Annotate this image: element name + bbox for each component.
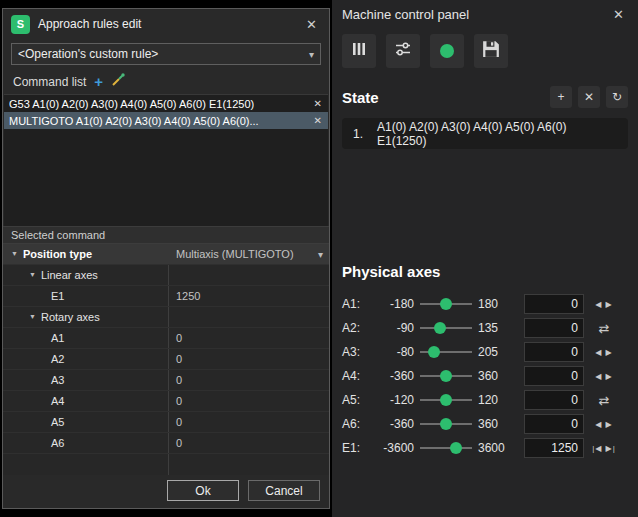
delete-command-icon[interactable]: ✕	[311, 115, 325, 126]
axis-label: A6:	[342, 417, 366, 431]
axis-row-a5: A5: -120 120 ⇄	[342, 388, 628, 412]
axis-max: 135	[478, 321, 520, 335]
slider-knob[interactable]	[440, 298, 452, 310]
chevron-down-icon: ▾	[309, 49, 314, 60]
command-row[interactable]: G53 A1(0) A2(0) A3(0) A4(0) A5(0) A6(0) …	[4, 95, 328, 112]
property-name: Position type	[23, 248, 92, 260]
step-arrows-icon[interactable]: ◀ ▶	[588, 420, 620, 429]
slider-knob[interactable]	[440, 394, 452, 406]
insert-command-icon[interactable]	[111, 73, 125, 90]
axis-label: A4:	[342, 369, 366, 383]
property-value[interactable]: 0	[168, 353, 329, 365]
property-name: A4	[51, 395, 64, 407]
property-name: A6	[51, 437, 64, 449]
axis-value-input[interactable]	[524, 366, 584, 386]
property-value[interactable]: 0	[168, 374, 329, 386]
dialog-close-icon[interactable]: ✕	[302, 15, 321, 34]
property-name: Linear axes	[41, 269, 98, 281]
save-button[interactable]	[474, 34, 508, 68]
property-row-rotary-axes[interactable]: ▼ Rotary axes	[3, 307, 329, 328]
panel-titlebar: Machine control panel ✕	[332, 0, 638, 28]
step-arrows-icon[interactable]: ◀ ▶	[588, 300, 620, 309]
property-row-position-type[interactable]: ▼ Position type Multiaxis (MULTIGOTO) ▾	[3, 244, 329, 265]
settings-sliders-icon	[394, 40, 412, 62]
axis-value-input[interactable]	[524, 294, 584, 314]
slider-knob[interactable]	[428, 346, 440, 358]
property-row-a5[interactable]: A5 0	[3, 412, 329, 433]
state-list-item[interactable]: 1. A1(0) A2(0) A3(0) A4(0) A5(0) A6(0) E…	[342, 118, 628, 149]
step-arrows-icon[interactable]: ◀ ▶	[588, 348, 620, 357]
expander-icon[interactable]: ▼	[29, 313, 36, 320]
slider-knob[interactable]	[440, 370, 452, 382]
axis-value-input[interactable]	[524, 414, 584, 434]
property-row-a3[interactable]: A3 0	[3, 370, 329, 391]
property-row-a2[interactable]: A2 0	[3, 349, 329, 370]
status-circle-icon	[440, 44, 454, 58]
chevron-down-icon[interactable]: ▾	[318, 249, 323, 260]
axis-min: -3600	[370, 441, 414, 455]
slider-knob[interactable]	[450, 442, 462, 454]
axis-min: -180	[370, 297, 414, 311]
property-row-linear-axes[interactable]: ▼ Linear axes	[3, 265, 329, 286]
delete-state-button[interactable]: ✕	[578, 86, 600, 108]
property-name: A1	[51, 332, 64, 344]
axis-slider[interactable]	[418, 316, 474, 340]
axis-slider[interactable]	[418, 292, 474, 316]
axis-max: 120	[478, 393, 520, 407]
selected-command-label: Selected command	[3, 226, 329, 244]
axis-value-input[interactable]	[524, 318, 584, 338]
axis-slider[interactable]	[418, 436, 474, 460]
axis-slider[interactable]	[418, 388, 474, 412]
axis-value-input[interactable]	[524, 438, 584, 458]
command-row-selected[interactable]: MULTIGOTO A1(0) A2(0) A3(0) A4(0) A5(0) …	[4, 112, 328, 129]
add-state-button[interactable]: +	[550, 86, 572, 108]
axis-row-a1: A1: -180 180 ◀ ▶	[342, 292, 628, 316]
axis-slider[interactable]	[418, 364, 474, 388]
machine-status-button[interactable]	[430, 34, 464, 68]
property-value[interactable]: 0	[168, 395, 329, 407]
property-row-a6[interactable]: A6 0	[3, 433, 329, 454]
step-arrows-icon[interactable]: ◀ ▶	[588, 372, 620, 381]
command-text: G53 A1(0) A2(0) A3(0) A4(0) A5(0) A6(0) …	[9, 98, 254, 110]
property-value[interactable]: 0	[168, 332, 329, 344]
axis-max: 180	[478, 297, 520, 311]
property-name: E1	[51, 290, 64, 302]
ok-button[interactable]: Ok	[167, 480, 239, 501]
panel-toolbar	[332, 28, 638, 78]
property-value[interactable]: 0	[168, 416, 329, 428]
slider-knob[interactable]	[434, 322, 446, 334]
cycle-axis-icon[interactable]: ⇄	[588, 321, 620, 336]
axis-label: E1:	[342, 441, 366, 455]
slider-knob[interactable]	[440, 418, 452, 430]
property-grid: ▼ Position type Multiaxis (MULTIGOTO) ▾ …	[3, 244, 329, 475]
property-value[interactable]: Multiaxis (MULTIGOTO)	[176, 248, 294, 260]
delete-command-icon[interactable]: ✕	[311, 98, 325, 109]
reset-state-button[interactable]: ↻	[606, 86, 628, 108]
rule-selector[interactable]: <Operation's custom rule> ▾	[11, 43, 321, 65]
axis-label: A5:	[342, 393, 366, 407]
columns-view-button[interactable]	[342, 34, 376, 68]
cycle-axis-icon[interactable]: ⇄	[588, 393, 620, 408]
axis-slider[interactable]	[418, 412, 474, 436]
panel-close-icon[interactable]: ✕	[609, 5, 628, 24]
expander-icon[interactable]: ▼	[29, 271, 36, 278]
property-row-e1[interactable]: E1 1250	[3, 286, 329, 307]
axis-min: -80	[370, 345, 414, 359]
command-list-header: Command list +	[3, 71, 329, 94]
axis-slider[interactable]	[418, 340, 474, 364]
axis-label: A3:	[342, 345, 366, 359]
axis-value-input[interactable]	[524, 342, 584, 362]
axis-row-a2: A2: -90 135 ⇄	[342, 316, 628, 340]
command-list-label: Command list	[13, 75, 86, 89]
property-row-a4[interactable]: A4 0	[3, 391, 329, 412]
settings-button[interactable]	[386, 34, 420, 68]
command-list: G53 A1(0) A2(0) A3(0) A4(0) A5(0) A6(0) …	[4, 94, 328, 226]
property-value[interactable]: 1250	[168, 290, 329, 302]
property-value[interactable]: 0	[168, 437, 329, 449]
cancel-button[interactable]: Cancel	[248, 480, 320, 501]
add-command-icon[interactable]: +	[94, 74, 103, 89]
property-row-a1[interactable]: A1 0	[3, 328, 329, 349]
goto-limits-icon[interactable]: |◀ ▶|	[588, 444, 620, 453]
axis-value-input[interactable]	[524, 390, 584, 410]
expander-icon[interactable]: ▼	[11, 250, 18, 257]
